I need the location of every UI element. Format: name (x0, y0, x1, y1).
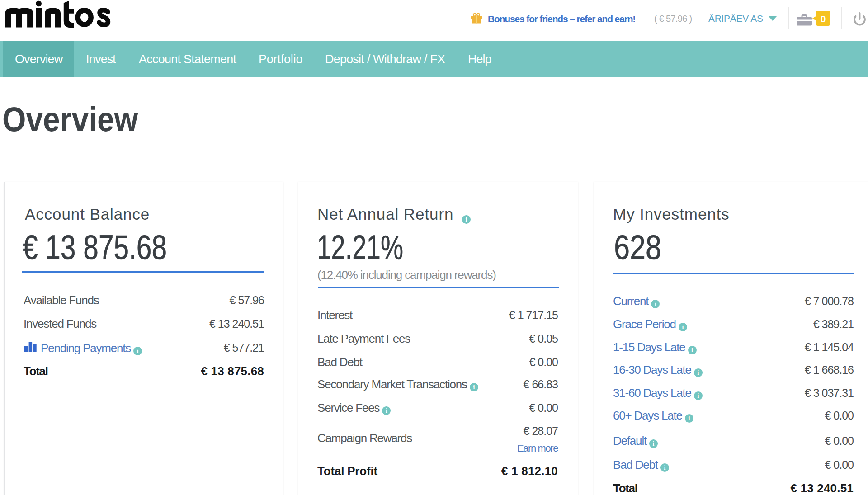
svg-text:0: 0 (821, 14, 826, 24)
